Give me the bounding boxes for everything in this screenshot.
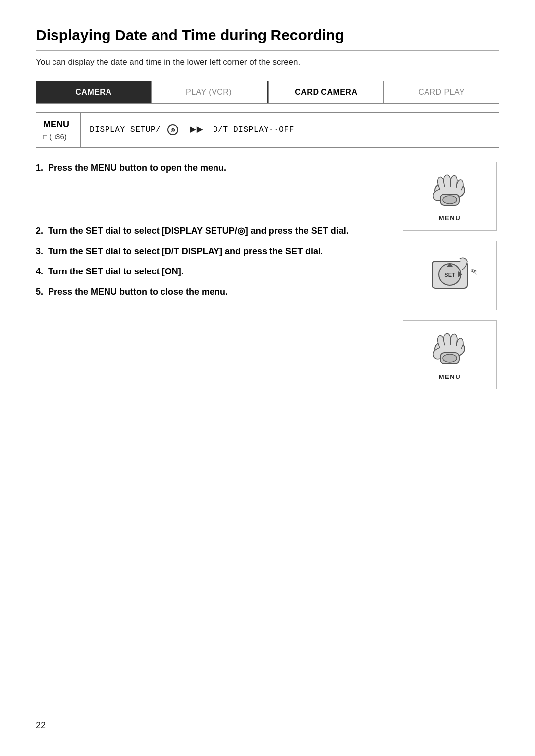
set-dial-svg: SET SET bbox=[423, 254, 477, 296]
tab-play-vcr: PLAY (VCR) bbox=[152, 81, 267, 103]
set-dial-image: SET SET bbox=[403, 241, 497, 310]
tab-camera: CAMERA bbox=[36, 81, 152, 103]
menu-row: MENU □ (□36) DISPLAY SETUP/◎ ►► D/T DISP… bbox=[36, 112, 499, 148]
menu-display-setup-text: DISPLAY SETUP/ bbox=[90, 124, 160, 136]
step-1: 1. Press the MENU button to open the men… bbox=[36, 162, 385, 175]
step-5: 5. Press the MENU button to close the me… bbox=[36, 285, 385, 299]
tab-card-play: CARD PLAY bbox=[384, 81, 499, 103]
arrow-icon: ►► bbox=[189, 122, 203, 138]
step-3-text: Turn the SET dial to select [D/T DISPLAY… bbox=[48, 246, 323, 256]
menu-button-image-2: MENU bbox=[403, 320, 497, 389]
step-2: 2. Turn the SET dial to select [DISPLAY … bbox=[36, 224, 385, 238]
tab-bar: CAMERA PLAY (VCR) CARD CAMERA CARD PLAY bbox=[36, 81, 499, 104]
svg-text:SET: SET bbox=[444, 272, 455, 278]
setup-symbol: ◎ bbox=[167, 124, 178, 135]
step-4-text: Turn the SET dial to select [ON]. bbox=[48, 267, 184, 276]
step-1-text: Press the MENU button to open the menu. bbox=[48, 163, 226, 173]
book-ref-icon: □ bbox=[43, 133, 47, 141]
step-5-number: 5. bbox=[36, 287, 46, 297]
svg-point-2 bbox=[443, 196, 457, 204]
menu-button-svg-2 bbox=[423, 328, 477, 370]
step-2-number: 2. bbox=[36, 226, 46, 236]
menu-ref: □ (□36) bbox=[43, 131, 73, 143]
step-3: 3. Turn the SET dial to select [D/T DISP… bbox=[36, 245, 385, 258]
menu-button-svg-1 bbox=[423, 169, 477, 212]
menu-button-image-1: MENU bbox=[403, 162, 497, 231]
tab-card-camera: CARD CAMERA bbox=[269, 81, 384, 103]
page-title: Displaying Date and Time during Recordin… bbox=[36, 24, 499, 51]
steps-section: 1. Press the MENU button to open the men… bbox=[36, 162, 499, 389]
menu-label-2: MENU bbox=[439, 372, 461, 382]
menu-dt-display-text: D/T DISPLAY··OFF bbox=[213, 124, 294, 136]
step-2-text: Turn the SET dial to select [DISPLAY SET… bbox=[48, 226, 349, 236]
step-4-number: 4. bbox=[36, 267, 46, 276]
page-number: 22 bbox=[36, 719, 46, 732]
menu-word: MENU bbox=[43, 118, 73, 131]
menu-content: DISPLAY SETUP/◎ ►► D/T DISPLAY··OFF bbox=[81, 117, 499, 143]
menu-label-1: MENU bbox=[439, 214, 461, 223]
step-5-text: Press the MENU button to close the menu. bbox=[48, 287, 228, 297]
menu-label-cell: MENU □ (□36) bbox=[36, 113, 81, 148]
step-4: 4. Turn the SET dial to select [ON]. bbox=[36, 265, 385, 278]
page-subtitle: You can display the date and time in the… bbox=[36, 56, 499, 69]
step-3-number: 3. bbox=[36, 246, 46, 256]
steps-text: 1. Press the MENU button to open the men… bbox=[36, 162, 385, 389]
svg-point-11 bbox=[443, 354, 457, 362]
step-1-number: 1. bbox=[36, 163, 46, 173]
steps-images: MENU SET SET bbox=[400, 162, 499, 389]
svg-text:SET: SET bbox=[470, 268, 477, 276]
